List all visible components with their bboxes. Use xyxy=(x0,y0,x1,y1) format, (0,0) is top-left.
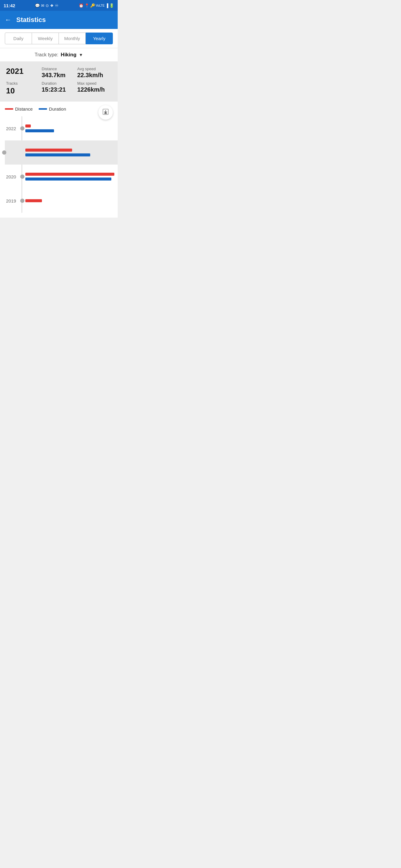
stat-max-speed: Max speed 1226km/h xyxy=(77,81,112,96)
msg-icon: 💬 xyxy=(35,3,40,8)
period-btn-monthly[interactable]: Monthly xyxy=(59,33,86,44)
chart-row-2022: 2022 xyxy=(23,116,113,141)
bottom-space xyxy=(0,218,118,254)
status-time: 11:42 xyxy=(4,3,15,8)
period-btn-daily[interactable]: Daily xyxy=(5,33,32,44)
stat-duration-value: 15:23:21 xyxy=(41,86,76,93)
legend-distance-line xyxy=(5,108,13,110)
mail-icon: ✉ xyxy=(41,3,45,8)
status-icons-left: 💬 ✉ ⊙ ❖ ♾ xyxy=(35,3,59,8)
timeline-dot-2021 xyxy=(2,150,6,155)
chart-rows-container: 2022202120202019 xyxy=(23,116,113,213)
location-icon: 📍 xyxy=(85,3,89,8)
stat-distance-label: Distance xyxy=(41,67,76,71)
track-type-label: Track type: xyxy=(35,52,59,58)
download-icon xyxy=(102,108,109,117)
chart-section: Distance Duration 2022202120202019 xyxy=(0,101,118,218)
stat-avg-speed-label: Avg speed xyxy=(77,67,112,71)
stat-tracks: Tracks 10 xyxy=(6,81,40,96)
legend-duration: Duration xyxy=(39,106,66,112)
legend-duration-line xyxy=(39,108,47,110)
chart-row-2019: 2019 xyxy=(23,189,113,213)
timeline-dot-2020 xyxy=(20,175,24,179)
chart-body: 2022202120202019 xyxy=(5,116,113,213)
alipay-icon: ♾ xyxy=(55,3,59,8)
chart-legend: Distance Duration xyxy=(5,106,113,112)
track-type-row: Track type: Hiking ▼ xyxy=(0,48,118,62)
stat-avg-speed-value: 22.3km/h xyxy=(77,72,112,79)
legend-distance: Distance xyxy=(5,106,33,112)
layers-icon: ❖ xyxy=(50,3,54,8)
stat-distance-value: 343.7km xyxy=(41,72,76,79)
bars-2020 xyxy=(25,173,114,181)
stat-distance: Distance 343.7km xyxy=(41,67,76,79)
signal-icon: ▐ xyxy=(106,3,108,8)
stat-max-speed-label: Max speed xyxy=(77,81,112,86)
page-title: Statistics xyxy=(16,16,46,24)
bar-distance-2022 xyxy=(25,124,31,127)
bar-distance-2020 xyxy=(25,173,114,176)
status-icons-right: ⏰ 📍 🔑 VoLTE ▐ 🔋 xyxy=(79,3,114,8)
battery-icon: 🔋 xyxy=(109,3,114,8)
stat-tracks-value: 10 xyxy=(6,86,40,96)
circle-icon: ⊙ xyxy=(46,3,49,8)
stat-tracks-label: Tracks xyxy=(6,81,40,86)
bar-distance-2019 xyxy=(25,199,42,202)
back-button[interactable]: ← xyxy=(5,16,11,24)
bar-duration-2021 xyxy=(25,153,90,156)
bar-duration-2022 xyxy=(25,129,54,132)
track-type-value: Hiking xyxy=(61,52,76,58)
period-btn-yearly[interactable]: Yearly xyxy=(86,33,113,44)
status-bar: 11:42 💬 ✉ ⊙ ❖ ♾ ⏰ 📍 🔑 VoLTE ▐ 🔋 xyxy=(0,0,118,11)
chart-row-2021: 2021 xyxy=(5,141,118,164)
year-label-2019: 2019 xyxy=(6,198,16,204)
volte-icon: VoLTE xyxy=(96,4,105,7)
bars-2021 xyxy=(25,149,113,156)
stats-panel: 2021 Distance 343.7km Avg speed 22.3km/h… xyxy=(0,62,118,101)
bar-distance-2021 xyxy=(25,149,72,152)
bars-2019 xyxy=(25,199,113,202)
bar-duration-2020 xyxy=(25,178,111,181)
stat-avg-speed: Avg speed 22.3km/h xyxy=(77,67,112,79)
stat-duration-label: Duration xyxy=(41,81,76,86)
year-label-2022: 2022 xyxy=(6,126,16,131)
stat-max-speed-value: 1226km/h xyxy=(77,86,112,93)
stat-year-value: 2021 xyxy=(6,67,40,76)
stat-duration: Duration 15:23:21 xyxy=(41,81,76,96)
chart-row-2020: 2020 xyxy=(23,164,113,189)
legend-distance-label: Distance xyxy=(15,106,33,112)
top-bar: ← Statistics xyxy=(0,11,118,29)
timeline-dot-2022 xyxy=(20,126,24,130)
legend-duration-label: Duration xyxy=(49,106,66,112)
timeline-dot-2019 xyxy=(20,198,24,203)
period-selector: Daily Weekly Monthly Yearly xyxy=(0,29,118,48)
stat-year: 2021 xyxy=(6,67,40,79)
stats-grid: 2021 Distance 343.7km Avg speed 22.3km/h… xyxy=(6,67,112,96)
track-type-dropdown-arrow[interactable]: ▼ xyxy=(79,53,83,57)
timeline-line xyxy=(22,116,22,213)
key-icon: 🔑 xyxy=(90,3,95,8)
period-btn-weekly[interactable]: Weekly xyxy=(32,33,59,44)
alarm-icon: ⏰ xyxy=(79,3,84,8)
year-label-2020: 2020 xyxy=(6,174,16,179)
bars-2022 xyxy=(25,124,113,132)
